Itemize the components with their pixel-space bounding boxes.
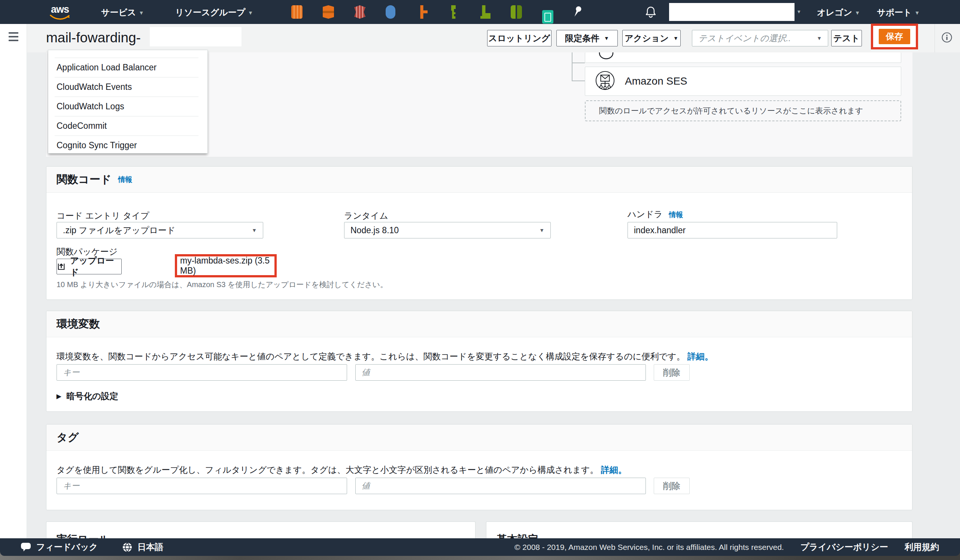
save-annotation-box: 保存 <box>871 24 918 50</box>
chevron-down-icon: ▾ <box>916 10 919 16</box>
package-file-annotation-box: my-lambda-ses.zip (3.5 MB) <box>175 254 277 277</box>
actions-button[interactable]: アクション ▼ <box>622 30 681 46</box>
teal-clipboard-service-icon[interactable] <box>542 10 554 24</box>
list-item-partial <box>48 50 207 58</box>
env-value-input[interactable] <box>355 364 646 381</box>
details-link[interactable]: 詳細。 <box>601 465 627 475</box>
upload-icon <box>57 262 66 271</box>
chevron-down-icon: ▾ <box>249 10 252 16</box>
expand-arrow-icon: ▶ <box>56 393 61 400</box>
nav-support-menu[interactable]: サポート ▾ <box>877 7 918 18</box>
nav-region-menu[interactable]: オレゴン ▾ <box>817 7 859 18</box>
package-file-name: my-lambda-ses.zip (3.5 MB) <box>180 256 274 276</box>
resource-card-amazon-ses[interactable]: Amazon SES <box>585 67 901 96</box>
aws-lambda-console: aws サービス ▾ リソースグループ ▾ <box>0 0 960 560</box>
designer-connector-line <box>572 53 573 81</box>
trigger-option-cloudwatch-logs[interactable]: CloudWatch Logs <box>48 97 207 116</box>
chevron-down-icon: ▼ <box>251 227 257 233</box>
top-navigation-bar: aws サービス ▾ リソースグループ ▾ <box>0 0 960 24</box>
environment-variables-section: 環境変数 環境変数を、関数コードからアクセス可能なキーと値のペアとして定義できま… <box>46 311 912 412</box>
tag-key-input[interactable] <box>56 478 347 494</box>
chevron-down-icon: ▾ <box>797 8 800 15</box>
chevron-down-icon: ▾ <box>856 10 859 16</box>
function-code-header: 関数コード 情報 <box>46 166 912 193</box>
blue-capsule-service-icon[interactable] <box>386 5 395 19</box>
bucket-icon <box>597 53 616 62</box>
green-block-service-icon[interactable] <box>479 5 491 19</box>
info-link[interactable]: 情報 <box>118 175 132 184</box>
trigger-option-codecommit[interactable]: CodeCommit <box>48 117 207 136</box>
chevron-down-icon: ▼ <box>673 35 678 41</box>
aws-logo[interactable]: aws <box>49 5 71 21</box>
test-button[interactable]: テスト <box>831 30 862 46</box>
tags-description: タグを使用して関数をグループ化し、フィルタリングできます。タグは、大文字と小文字… <box>56 464 627 476</box>
encryption-settings-expander[interactable]: ▶ 暗号化の設定 <box>56 390 118 402</box>
section-title: 関数コード <box>56 172 111 187</box>
s3-upload-note: 10 MB より大きいファイルの場合は、Amazon S3 を使用したアップロー… <box>56 280 387 290</box>
feedback-link[interactable]: フィードバック <box>21 541 98 553</box>
orange-shield-service-icon[interactable] <box>323 5 334 19</box>
env-delete-button[interactable]: 削除 <box>654 364 690 381</box>
chevron-down-icon: ▾ <box>140 10 143 16</box>
runtime-label: ランタイム <box>344 210 388 222</box>
account-menu-redacted[interactable] <box>669 3 795 21</box>
resource-card-partial[interactable] <box>585 53 901 63</box>
hamburger-menu-icon[interactable] <box>9 32 18 43</box>
globe-icon <box>122 542 132 552</box>
handler-input[interactable] <box>627 222 837 238</box>
red-service-icon[interactable] <box>354 5 365 19</box>
trigger-select-list: Application Load Balancer CloudWatch Eve… <box>48 50 208 154</box>
throttling-button[interactable]: スロットリング <box>487 30 552 46</box>
environment-variables-description: 環境変数を、関数コードからアクセス可能なキーと値のペアとして定義できます。これら… <box>56 351 713 362</box>
tags-section: タグ タグを使用して関数をグループ化し、フィルタリングできます。タグは、大文字と… <box>46 424 912 510</box>
trigger-option-alb[interactable]: Application Load Balancer <box>48 58 207 77</box>
tag-value-input[interactable] <box>355 478 646 494</box>
orange-key-service-icon[interactable] <box>416 5 427 19</box>
info-link[interactable]: 情報 <box>669 210 683 220</box>
handler-label-row: ハンドラ 情報 <box>627 208 683 220</box>
environment-variables-header: 環境変数 <box>46 311 912 337</box>
left-sidebar-strip <box>0 24 27 538</box>
nav-services-menu[interactable]: サービス ▾ <box>101 7 142 18</box>
runtime-select[interactable]: Node.js 8.10 ▼ <box>344 222 551 238</box>
handler-label: ハンドラ <box>627 208 663 220</box>
aws-smile-icon <box>50 14 70 20</box>
section-title: タグ <box>56 430 78 445</box>
designer-connector-line <box>572 62 585 63</box>
chevron-down-icon: ▼ <box>817 35 822 41</box>
page-title: mail-fowarding- <box>46 30 141 46</box>
tag-delete-button[interactable]: 削除 <box>654 478 690 494</box>
nav-resource-groups-menu[interactable]: リソースグループ ▾ <box>175 7 252 18</box>
feedback-speech-bubble-icon <box>21 542 31 552</box>
upload-button[interactable]: アップロード <box>56 259 122 274</box>
save-button[interactable]: 保存 <box>879 29 910 44</box>
header-divider <box>934 24 935 53</box>
green-cube-service-icon[interactable] <box>511 5 522 19</box>
pin-icon[interactable] <box>573 5 582 19</box>
qualifiers-button[interactable]: 限定条件 ▼ <box>556 30 618 46</box>
notifications-bell-icon[interactable] <box>645 6 657 18</box>
details-link[interactable]: 詳細。 <box>687 352 713 361</box>
info-icon[interactable] <box>941 32 952 43</box>
trigger-option-cognito-sync[interactable]: Cognito Sync Trigger <box>48 136 207 155</box>
code-entry-type-label: コード エントリ タイプ <box>56 210 149 222</box>
designer-connector-line <box>572 80 585 81</box>
resource-card-label: Amazon SES <box>625 75 687 87</box>
orange-striped-service-icon[interactable] <box>291 5 302 19</box>
role-resources-hint-box: 関数のロールでアクセスが許可されているリソースがここに表示されます <box>585 100 901 121</box>
function-code-section: 関数コード 情報 コード エントリ タイプ .zip ファイルをアップロード ▼… <box>46 166 912 300</box>
trigger-option-cloudwatch-events[interactable]: CloudWatch Events <box>48 77 207 97</box>
language-selector[interactable]: 日本語 <box>122 541 163 553</box>
copyright-text: © 2008 - 2019, Amazon Web Services, Inc.… <box>514 543 784 552</box>
privacy-policy-link[interactable]: プライバシーポリシー <box>800 541 888 553</box>
amazon-ses-icon <box>594 70 616 92</box>
env-key-input[interactable] <box>56 364 347 381</box>
footer-bar: フィードバック 日本語 © 2008 - 2019, Amazon Web Se… <box>0 538 960 556</box>
chevron-down-icon: ▼ <box>604 35 609 41</box>
test-event-select[interactable]: テストイベントの選択.. ▼ <box>692 30 828 46</box>
aws-logo-text: aws <box>49 5 71 14</box>
code-entry-type-select[interactable]: .zip ファイルをアップロード ▼ <box>56 222 263 238</box>
green-key-service-icon[interactable] <box>448 5 459 19</box>
terms-of-use-link[interactable]: 利用規約 <box>905 541 939 553</box>
tags-header: タグ <box>46 424 912 451</box>
